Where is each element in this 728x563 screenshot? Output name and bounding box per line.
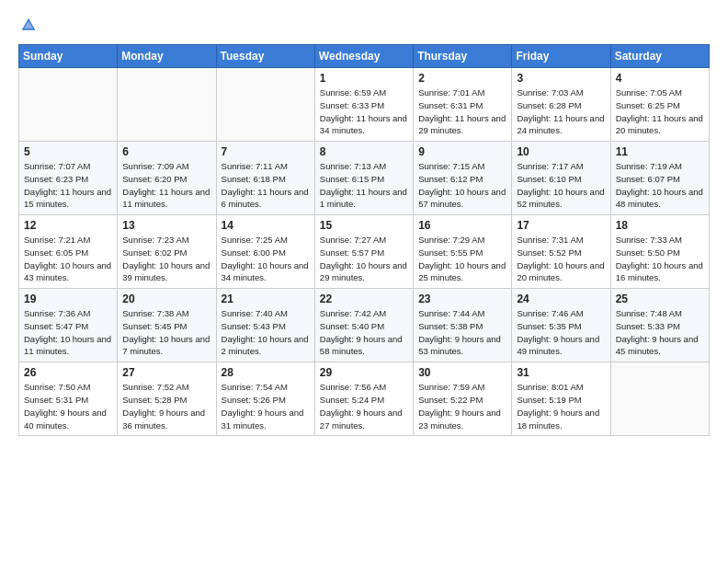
day-number: 12 xyxy=(24,219,112,232)
day-number: 24 xyxy=(517,293,605,305)
calendar-cell: 25Sunrise: 7:48 AM Sunset: 5:33 PM Dayli… xyxy=(610,289,709,362)
day-info: Sunrise: 7:46 AM Sunset: 5:35 PM Dayligh… xyxy=(517,307,605,358)
day-number: 20 xyxy=(122,293,210,305)
day-info: Sunrise: 7:59 AM Sunset: 5:22 PM Dayligh… xyxy=(418,381,506,431)
calendar-cell: 29Sunrise: 7:56 AM Sunset: 5:24 PM Dayli… xyxy=(314,362,413,436)
calendar-cell: 10Sunrise: 7:17 AM Sunset: 6:10 PM Dayli… xyxy=(512,142,610,215)
calendar-cell: 4Sunrise: 7:05 AM Sunset: 6:25 PM Daylig… xyxy=(610,68,709,142)
day-number: 11 xyxy=(616,145,704,158)
day-info: Sunrise: 7:21 AM Sunset: 6:05 PM Dayligh… xyxy=(24,234,112,284)
day-number: 10 xyxy=(517,145,605,158)
calendar-week-2: 5Sunrise: 7:07 AM Sunset: 6:23 PM Daylig… xyxy=(19,142,710,215)
day-number: 30 xyxy=(418,366,506,379)
col-wednesday: Wednesday xyxy=(314,45,413,68)
day-number: 13 xyxy=(122,219,210,232)
calendar-cell: 8Sunrise: 7:13 AM Sunset: 6:15 PM Daylig… xyxy=(314,142,413,215)
calendar-cell: 3Sunrise: 7:03 AM Sunset: 6:28 PM Daylig… xyxy=(512,68,610,142)
day-info: Sunrise: 7:07 AM Sunset: 6:23 PM Dayligh… xyxy=(24,160,112,211)
calendar-cell: 21Sunrise: 7:40 AM Sunset: 5:43 PM Dayli… xyxy=(216,289,314,362)
header-row: Sunday Monday Tuesday Wednesday Thursday… xyxy=(19,45,710,68)
calendar-cell xyxy=(610,362,709,436)
day-number: 9 xyxy=(418,145,506,158)
day-info: Sunrise: 7:11 AM Sunset: 6:18 PM Dayligh… xyxy=(222,160,310,211)
day-info: Sunrise: 7:17 AM Sunset: 6:10 PM Dayligh… xyxy=(517,160,605,211)
col-monday: Monday xyxy=(118,45,216,68)
day-info: Sunrise: 7:52 AM Sunset: 5:28 PM Dayligh… xyxy=(122,381,210,431)
day-number: 28 xyxy=(222,366,310,379)
day-number: 29 xyxy=(320,366,408,379)
calendar-cell: 31Sunrise: 8:01 AM Sunset: 5:19 PM Dayli… xyxy=(512,362,610,436)
calendar-cell: 28Sunrise: 7:54 AM Sunset: 5:26 PM Dayli… xyxy=(216,362,314,436)
logo xyxy=(18,17,39,37)
calendar-body: 1Sunrise: 6:59 AM Sunset: 6:33 PM Daylig… xyxy=(19,68,710,436)
calendar-week-1: 1Sunrise: 6:59 AM Sunset: 6:33 PM Daylig… xyxy=(19,68,710,142)
calendar-cell: 1Sunrise: 6:59 AM Sunset: 6:33 PM Daylig… xyxy=(314,68,413,142)
day-number: 17 xyxy=(517,219,605,232)
calendar-cell: 9Sunrise: 7:15 AM Sunset: 6:12 PM Daylig… xyxy=(414,142,512,215)
calendar-week-4: 19Sunrise: 7:36 AM Sunset: 5:47 PM Dayli… xyxy=(19,289,710,362)
day-info: Sunrise: 7:27 AM Sunset: 5:57 PM Dayligh… xyxy=(320,234,408,284)
calendar-cell: 5Sunrise: 7:07 AM Sunset: 6:23 PM Daylig… xyxy=(19,142,118,215)
day-info: Sunrise: 7:38 AM Sunset: 5:45 PM Dayligh… xyxy=(122,307,210,358)
day-info: Sunrise: 7:01 AM Sunset: 6:31 PM Dayligh… xyxy=(418,86,506,137)
calendar-cell: 26Sunrise: 7:50 AM Sunset: 5:31 PM Dayli… xyxy=(19,362,118,436)
day-number: 27 xyxy=(122,366,210,379)
calendar-cell: 14Sunrise: 7:25 AM Sunset: 6:00 PM Dayli… xyxy=(216,215,314,289)
calendar-cell: 27Sunrise: 7:52 AM Sunset: 5:28 PM Dayli… xyxy=(118,362,216,436)
day-number: 22 xyxy=(320,293,408,305)
col-sunday: Sunday xyxy=(19,45,118,68)
calendar-cell: 7Sunrise: 7:11 AM Sunset: 6:18 PM Daylig… xyxy=(216,142,314,215)
day-info: Sunrise: 8:01 AM Sunset: 5:19 PM Dayligh… xyxy=(517,381,605,431)
day-info: Sunrise: 7:19 AM Sunset: 6:07 PM Dayligh… xyxy=(616,160,704,211)
day-number: 4 xyxy=(616,72,704,85)
calendar-cell: 17Sunrise: 7:31 AM Sunset: 5:52 PM Dayli… xyxy=(512,215,610,289)
calendar-cell: 18Sunrise: 7:33 AM Sunset: 5:50 PM Dayli… xyxy=(610,215,709,289)
calendar-cell: 23Sunrise: 7:44 AM Sunset: 5:38 PM Dayli… xyxy=(414,289,512,362)
day-number: 6 xyxy=(122,145,210,158)
day-number: 23 xyxy=(418,293,506,305)
calendar-cell: 19Sunrise: 7:36 AM Sunset: 5:47 PM Dayli… xyxy=(19,289,118,362)
day-info: Sunrise: 7:50 AM Sunset: 5:31 PM Dayligh… xyxy=(24,381,112,431)
day-info: Sunrise: 7:56 AM Sunset: 5:24 PM Dayligh… xyxy=(320,381,408,431)
day-info: Sunrise: 7:31 AM Sunset: 5:52 PM Dayligh… xyxy=(517,234,605,284)
day-number: 16 xyxy=(418,219,506,232)
day-number: 25 xyxy=(616,293,704,305)
day-number: 26 xyxy=(24,366,112,379)
day-info: Sunrise: 7:44 AM Sunset: 5:38 PM Dayligh… xyxy=(418,307,506,358)
calendar-cell: 6Sunrise: 7:09 AM Sunset: 6:20 PM Daylig… xyxy=(118,142,216,215)
day-number: 15 xyxy=(320,219,408,232)
calendar-page: Sunday Monday Tuesday Wednesday Thursday… xyxy=(0,0,728,563)
day-number: 3 xyxy=(517,72,605,85)
col-tuesday: Tuesday xyxy=(216,45,314,68)
day-info: Sunrise: 7:05 AM Sunset: 6:25 PM Dayligh… xyxy=(616,86,704,137)
calendar-cell: 16Sunrise: 7:29 AM Sunset: 5:55 PM Dayli… xyxy=(414,215,512,289)
day-info: Sunrise: 6:59 AM Sunset: 6:33 PM Dayligh… xyxy=(320,86,408,137)
day-number: 31 xyxy=(517,366,605,379)
day-info: Sunrise: 7:23 AM Sunset: 6:02 PM Dayligh… xyxy=(122,234,210,284)
calendar-cell: 20Sunrise: 7:38 AM Sunset: 5:45 PM Dayli… xyxy=(118,289,216,362)
calendar-week-5: 26Sunrise: 7:50 AM Sunset: 5:31 PM Dayli… xyxy=(19,362,710,436)
calendar-cell: 22Sunrise: 7:42 AM Sunset: 5:40 PM Dayli… xyxy=(314,289,413,362)
day-info: Sunrise: 7:33 AM Sunset: 5:50 PM Dayligh… xyxy=(616,234,704,284)
calendar-cell: 11Sunrise: 7:19 AM Sunset: 6:07 PM Dayli… xyxy=(610,142,709,215)
col-saturday: Saturday xyxy=(610,45,709,68)
day-number: 18 xyxy=(616,219,704,232)
calendar-header: Sunday Monday Tuesday Wednesday Thursday… xyxy=(19,45,710,68)
calendar-cell: 2Sunrise: 7:01 AM Sunset: 6:31 PM Daylig… xyxy=(414,68,512,142)
logo-icon xyxy=(20,17,37,33)
col-friday: Friday xyxy=(512,45,610,68)
page-header xyxy=(18,17,710,37)
calendar-cell: 13Sunrise: 7:23 AM Sunset: 6:02 PM Dayli… xyxy=(118,215,216,289)
calendar-cell: 15Sunrise: 7:27 AM Sunset: 5:57 PM Dayli… xyxy=(314,215,413,289)
day-number: 8 xyxy=(320,145,408,158)
day-info: Sunrise: 7:03 AM Sunset: 6:28 PM Dayligh… xyxy=(517,86,605,137)
day-info: Sunrise: 7:29 AM Sunset: 5:55 PM Dayligh… xyxy=(418,234,506,284)
day-info: Sunrise: 7:42 AM Sunset: 5:40 PM Dayligh… xyxy=(320,307,408,358)
col-thursday: Thursday xyxy=(414,45,512,68)
day-number: 21 xyxy=(222,293,310,305)
day-number: 14 xyxy=(222,219,310,232)
calendar-cell xyxy=(216,68,314,142)
calendar-cell xyxy=(118,68,216,142)
calendar-cell: 12Sunrise: 7:21 AM Sunset: 6:05 PM Dayli… xyxy=(19,215,118,289)
day-info: Sunrise: 7:25 AM Sunset: 6:00 PM Dayligh… xyxy=(222,234,310,284)
